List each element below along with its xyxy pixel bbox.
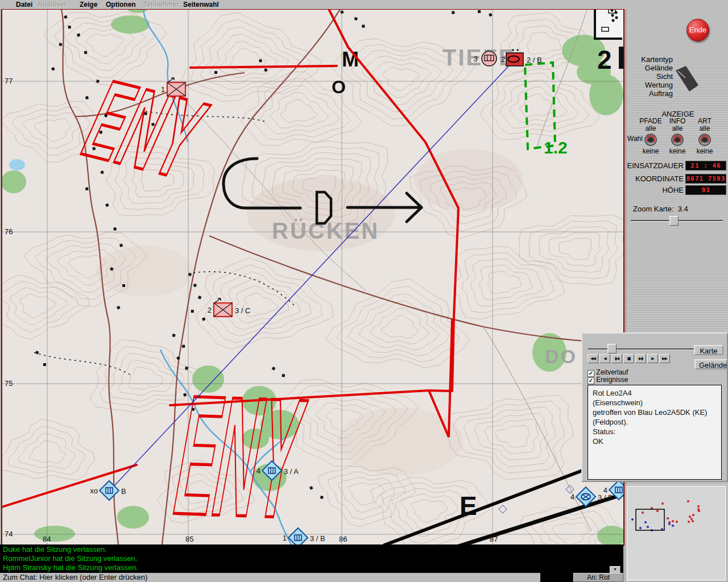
chat-message: Hptm Stransky hat die Sitzung verlassen. — [3, 563, 623, 572]
minimap-red-unit — [689, 516, 691, 518]
gelaende-button[interactable]: Gelände — [694, 359, 727, 369]
maptype-item-auftrag[interactable]: Auftrag — [626, 89, 673, 98]
playback-button-6[interactable]: ▶▶ — [659, 354, 670, 363]
checkbox-label: Ereignisse — [596, 376, 628, 384]
svg-text:77: 77 — [5, 77, 13, 85]
anzeige-knob-art: ARTallekeine — [689, 117, 720, 155]
minimap-red-unit — [692, 514, 694, 516]
chat-message: Duke hat die Sitzung verlassen. — [3, 545, 623, 554]
playback-button-2[interactable]: ▮◀ — [611, 354, 622, 363]
replay-panel: ◀◀◀▮◀■▶▮▶▶▶ Karte Gelände ✓ Zeitverlauf✓… — [581, 332, 728, 482]
knob-bottom-label: keine — [662, 147, 693, 155]
minimap-red-unit — [656, 510, 659, 512]
event-line: Rot Leo2A4 — [593, 388, 721, 398]
svg-text:2: 2 — [597, 45, 612, 74]
chat-prompt[interactable]: Zum Chat: Hier klicken (oder Enter drück… — [0, 573, 540, 582]
svg-text:86: 86 — [339, 535, 347, 543]
knob-label: ART — [689, 117, 720, 124]
svg-text:DO: DO — [545, 346, 577, 367]
unit-mech-blue-B[interactable]: xoB — [90, 481, 126, 500]
minimap-red-unit — [667, 517, 669, 519]
unit-callsign: 3 / C — [235, 306, 250, 315]
checkbox-label: Zeitverlauf — [596, 368, 628, 376]
knob-top-label: alle — [635, 124, 666, 132]
replay-slider-thumb[interactable] — [607, 344, 617, 354]
unit-callsign: 2 / B — [527, 56, 542, 64]
unit-count: 4 — [570, 493, 574, 501]
unit-mech-blue-3/B[interactable]: 13 / B — [283, 528, 325, 544]
minimap-blue-unit — [672, 525, 674, 527]
maptype-item-kartentyp[interactable]: Kartentyp — [626, 55, 673, 64]
unit-team-red-3/C[interactable]: 23 / C — [208, 298, 251, 317]
playback-button-1[interactable]: ◀ — [599, 354, 610, 363]
chat-area: Duke hat die Sitzung verlassen.RommelJun… — [0, 544, 623, 582]
minimap-red-unit — [697, 505, 700, 508]
event-line: OK — [593, 436, 721, 446]
event-line: (Feldpost). — [593, 417, 721, 427]
art-knob-icon[interactable] — [698, 133, 712, 147]
replay-slider[interactable] — [588, 348, 697, 350]
zoom-value: 3.4 — [678, 205, 688, 213]
readout-display: 21 : 46 — [685, 161, 726, 171]
chat-message: RommelJunior hat die Sitzung verlassen. — [3, 554, 623, 563]
zoom-slider[interactable] — [631, 220, 723, 222]
unit-count: 2 — [208, 306, 212, 314]
zoom-slider-thumb[interactable] — [669, 216, 679, 226]
clipped-letter — [619, 47, 623, 69]
minimap-blue-unit — [668, 523, 671, 525]
eny-marking: ENY — [163, 359, 316, 544]
svg-text:84: 84 — [43, 535, 51, 543]
menu-teilnehmer: Teilnehmer: — [143, 1, 181, 9]
map-type-menu: KartentypGeländeSichtWertungAuftrag — [626, 55, 673, 98]
maptype-item-wertung[interactable]: Wertung — [626, 81, 673, 89]
menu-auslöser: Auslöser — [38, 1, 67, 9]
playback-button-3[interactable]: ■ — [623, 354, 634, 363]
maptype-item-sicht[interactable]: Sicht — [626, 72, 673, 81]
knob-label: PFADE — [635, 117, 666, 124]
minimap-red-unit — [692, 520, 694, 522]
menu-seitenwahl[interactable]: Seitenwahl — [183, 1, 219, 9]
menu-optionen[interactable]: Optionen — [106, 1, 136, 9]
minimap-red-unit — [672, 520, 674, 522]
menu-zeige[interactable]: Zeige — [80, 1, 97, 9]
unit-count: 4 — [257, 467, 260, 475]
minimap-blue-unit — [647, 526, 649, 528]
menu-datei[interactable]: Datei — [16, 1, 32, 9]
pfade-knob-icon[interactable] — [644, 133, 657, 147]
readout-label: EINSATZDAUER — [627, 161, 684, 170]
unit-count: 3 — [474, 55, 478, 63]
end-button[interactable]: Ende — [686, 19, 709, 41]
overview-minimap[interactable] — [626, 485, 728, 582]
knob-bottom-label: keine — [689, 147, 720, 155]
menu-bar: DateiAuslöserZeigeOptionenTeilnehmer:Sei… — [0, 0, 728, 9]
minimap-red-unit — [690, 518, 693, 520]
forest-areas — [2, 10, 623, 544]
unit-count: xo — [90, 487, 98, 495]
playback-button-0[interactable]: ◀◀ — [588, 354, 598, 363]
anzeige-knob-info: INFOallekeine — [662, 117, 693, 155]
playback-button-5[interactable]: ▶ — [647, 354, 658, 363]
svg-text:74: 74 — [5, 530, 13, 538]
knob-top-label: alle — [662, 124, 693, 132]
event-line: getroffen von Blau Leo2A5DK (KE) — [593, 408, 721, 417]
minimap-red-unit — [697, 508, 700, 510]
info-knob-icon[interactable] — [671, 133, 684, 147]
svg-text:76: 76 — [5, 227, 13, 236]
readout-display: 8671 7593 — [685, 174, 726, 184]
maptype-item-gelände[interactable]: Gelände — [626, 64, 673, 72]
minimap-blue-unit — [639, 527, 642, 529]
chat-target-select[interactable]: An: Rot — [573, 573, 623, 582]
minimap-red-unit — [676, 521, 678, 523]
minimap-red-unit — [688, 521, 690, 523]
tactical-map[interactable]: 8485868777767574 TIEFERÜCKENDOMOE21.2 EN… — [1, 9, 624, 546]
karte-button[interactable]: Karte — [694, 345, 723, 355]
readout-label: HÖHE — [662, 186, 684, 194]
contour-lines — [2, 12, 623, 544]
playback-button-4[interactable]: ▶▮ — [635, 354, 646, 363]
unit-count: 1 — [161, 85, 165, 94]
unit-count: 1 — [283, 534, 287, 542]
event-log: Rot Leo2A4(Eisenschwein)getroffen von Bl… — [588, 385, 722, 480]
svg-text:75: 75 — [5, 379, 13, 388]
tactical-overlay: ENYENY — [2, 10, 623, 544]
checkbox-ereignisse[interactable]: ✓ — [588, 377, 594, 384]
